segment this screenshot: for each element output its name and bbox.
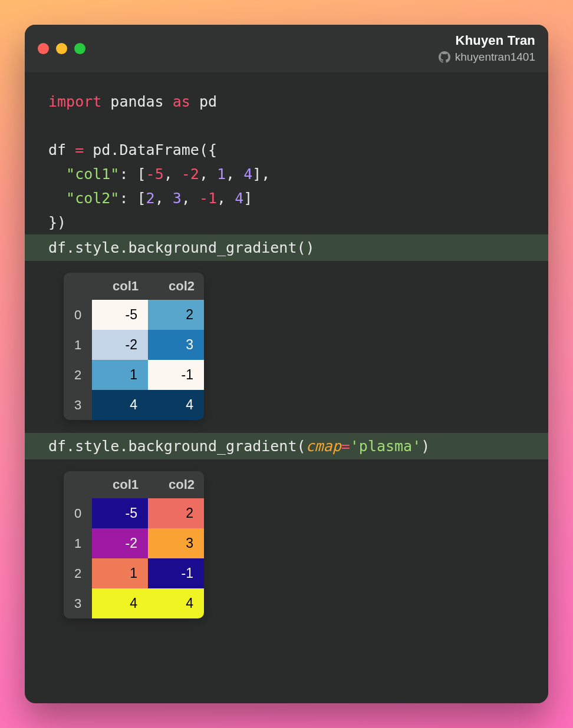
code-block: import pandas as pd df = pd.DataFrame({ … xyxy=(48,90,548,261)
row-index: 1 xyxy=(64,330,92,360)
highlighted-line-2: df.style.background_gradient(cmap='plasm… xyxy=(25,433,548,459)
table-cell: 4 xyxy=(148,390,204,420)
table-cell: 4 xyxy=(148,588,204,618)
row-index: 0 xyxy=(64,498,92,528)
table-cell: -1 xyxy=(148,558,204,588)
code-window: Khuyen Tran khuyentran1401 import pandas… xyxy=(25,25,548,703)
table-header: col1 xyxy=(92,471,148,498)
row-index: 3 xyxy=(64,390,92,420)
highlighted-line-1: df.style.background_gradient() xyxy=(25,234,548,261)
code-block-2: df.style.background_gradient(cmap='plasm… xyxy=(48,433,548,459)
table-corner xyxy=(64,273,92,300)
table-cell: 1 xyxy=(92,558,148,588)
table-row: 21-1 xyxy=(64,360,204,390)
table-cell: -5 xyxy=(92,498,148,528)
table-cell: 4 xyxy=(92,390,148,420)
table-row: 1-23 xyxy=(64,528,204,558)
author-name: Khuyen Tran xyxy=(439,33,535,48)
credits: Khuyen Tran khuyentran1401 xyxy=(439,33,535,64)
github-icon xyxy=(439,51,450,63)
table-row: 0-52 xyxy=(64,498,204,528)
row-index: 3 xyxy=(64,588,92,618)
table-cell: -1 xyxy=(148,360,204,390)
minimize-icon[interactable] xyxy=(56,43,67,54)
table-row: 1-23 xyxy=(64,330,204,360)
row-index: 2 xyxy=(64,558,92,588)
table-header: col1 xyxy=(92,273,148,300)
maximize-icon[interactable] xyxy=(74,43,85,54)
close-icon[interactable] xyxy=(38,43,49,54)
table-cell: -2 xyxy=(92,330,148,360)
table-row: 0-52 xyxy=(64,300,204,330)
table-cell: 1 xyxy=(92,360,148,390)
table-row: 344 xyxy=(64,588,204,618)
table-corner xyxy=(64,471,92,498)
row-index: 2 xyxy=(64,360,92,390)
row-index: 1 xyxy=(64,528,92,558)
titlebar: Khuyen Tran khuyentran1401 xyxy=(25,25,548,72)
table-row: 344 xyxy=(64,390,204,420)
window-controls xyxy=(38,43,85,54)
table-cell: 3 xyxy=(148,330,204,360)
author-handle: khuyentran1401 xyxy=(455,51,535,64)
output-table-2: col1col20-521-2321-1344 xyxy=(64,471,204,618)
table-row: 21-1 xyxy=(64,558,204,588)
content-area: import pandas as pd df = pd.DataFrame({ … xyxy=(25,72,548,646)
table-cell: 3 xyxy=(148,528,204,558)
table-cell: 4 xyxy=(92,588,148,618)
table-cell: 2 xyxy=(148,300,204,330)
table-header: col2 xyxy=(148,273,204,300)
table-cell: 2 xyxy=(148,498,204,528)
row-index: 0 xyxy=(64,300,92,330)
table-header: col2 xyxy=(148,471,204,498)
table-cell: -2 xyxy=(92,528,148,558)
table-cell: -5 xyxy=(92,300,148,330)
output-table-1: col1col20-521-2321-1344 xyxy=(64,273,204,420)
